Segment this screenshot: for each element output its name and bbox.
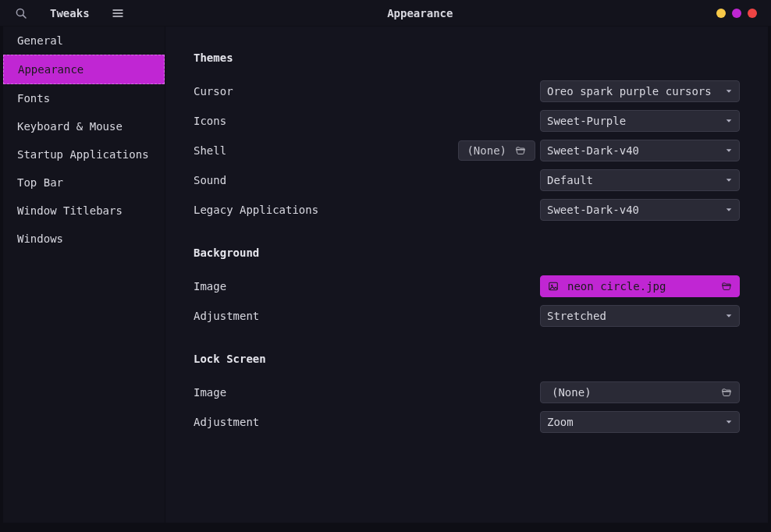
label-bg-adjustment: Adjustment: [194, 310, 540, 322]
search-icon[interactable]: [14, 6, 28, 20]
file-value: (None): [547, 386, 720, 399]
sidebar-item-label: Window Titlebars: [17, 204, 123, 217]
aux-value: (None): [467, 144, 506, 157]
label-ls-adjustment: Adjustment: [194, 416, 540, 428]
page-title: Appearance: [124, 7, 716, 20]
sidebar-item-fonts[interactable]: Fonts: [3, 84, 165, 112]
sidebar-item-label: Top Bar: [17, 176, 63, 189]
chevron-down-icon: [725, 418, 733, 426]
bottom-strip: [0, 523, 771, 532]
combo-shell[interactable]: Sweet-Dark-v40: [540, 140, 740, 161]
svg-point-2: [551, 285, 552, 286]
sidebar-item-label: Fonts: [17, 92, 50, 105]
combo-value: Default: [547, 174, 725, 186]
combo-sound[interactable]: Default: [540, 169, 740, 191]
combo-value: Stretched: [547, 310, 725, 322]
window-minimize-button[interactable]: [716, 9, 726, 18]
label-bg-image: Image: [194, 280, 540, 293]
folder-open-icon: [720, 281, 733, 292]
sidebar-item-label: Keyboard & Mouse: [17, 120, 123, 133]
svg-point-0: [16, 9, 23, 16]
section-themes: Themes: [194, 51, 740, 64]
file-value: neon_circle.jpg: [567, 280, 720, 293]
combo-legacy[interactable]: Sweet-Dark-v40: [540, 199, 740, 221]
image-icon: [547, 281, 560, 292]
sidebar-item-startup-apps[interactable]: Startup Applications: [3, 140, 165, 168]
sidebar-item-window-titlebars[interactable]: Window Titlebars: [3, 197, 165, 225]
label-sound: Sound: [194, 174, 540, 186]
sidebar-item-top-bar[interactable]: Top Bar: [3, 168, 165, 197]
folder-open-icon: [720, 387, 733, 398]
chevron-down-icon: [725, 176, 733, 184]
combo-cursor[interactable]: Oreo_spark_purple_cursors: [540, 80, 740, 102]
combo-value: Sweet-Dark-v40: [547, 204, 725, 216]
folder-open-icon: [514, 145, 527, 156]
combo-value: Oreo_spark_purple_cursors: [547, 85, 725, 98]
combo-ls-adjustment[interactable]: Zoom: [540, 411, 740, 433]
label-icons: Icons: [194, 115, 540, 127]
sidebar-item-windows[interactable]: Windows: [3, 225, 165, 253]
label-legacy: Legacy Applications: [194, 204, 540, 216]
sidebar-item-label: Appearance: [18, 63, 83, 76]
section-lockscreen: Lock Screen: [194, 353, 740, 365]
file-ls-image[interactable]: (None): [540, 381, 740, 403]
sidebar-item-label: Startup Applications: [17, 148, 149, 161]
chevron-down-icon: [725, 87, 733, 95]
sidebar-item-label: Windows: [17, 232, 63, 245]
combo-icons[interactable]: Sweet-Purple: [540, 110, 740, 132]
sidebar-item-keyboard-mouse[interactable]: Keyboard & Mouse: [3, 112, 165, 140]
sidebar-item-label: General: [17, 34, 63, 47]
label-cursor: Cursor: [194, 85, 540, 98]
hamburger-menu-icon[interactable]: [112, 7, 124, 20]
label-shell: Shell: [194, 144, 458, 157]
window-close-button[interactable]: [748, 9, 757, 18]
combo-value: Zoom: [547, 416, 725, 428]
chevron-down-icon: [725, 312, 733, 320]
sidebar-item-appearance[interactable]: Appearance: [3, 55, 165, 84]
content-pane: Themes Cursor Oreo_spark_purple_cursors …: [165, 27, 768, 523]
chevron-down-icon: [725, 117, 733, 125]
section-background: Background: [194, 246, 740, 259]
combo-bg-adjustment[interactable]: Stretched: [540, 305, 740, 327]
titlebar: Tweaks Appearance: [0, 0, 771, 27]
combo-value: Sweet-Purple: [547, 115, 725, 127]
chevron-down-icon: [725, 206, 733, 214]
combo-value: Sweet-Dark-v40: [547, 144, 725, 157]
file-bg-image[interactable]: neon_circle.jpg: [540, 275, 740, 297]
shell-theme-file-button[interactable]: (None): [458, 140, 535, 161]
window-maximize-button[interactable]: [732, 9, 741, 18]
sidebar: General Appearance Fonts Keyboard & Mous…: [3, 27, 165, 523]
sidebar-item-general[interactable]: General: [3, 27, 165, 55]
chevron-down-icon: [725, 147, 733, 154]
label-ls-image: Image: [194, 386, 540, 399]
app-title: Tweaks: [50, 7, 90, 20]
